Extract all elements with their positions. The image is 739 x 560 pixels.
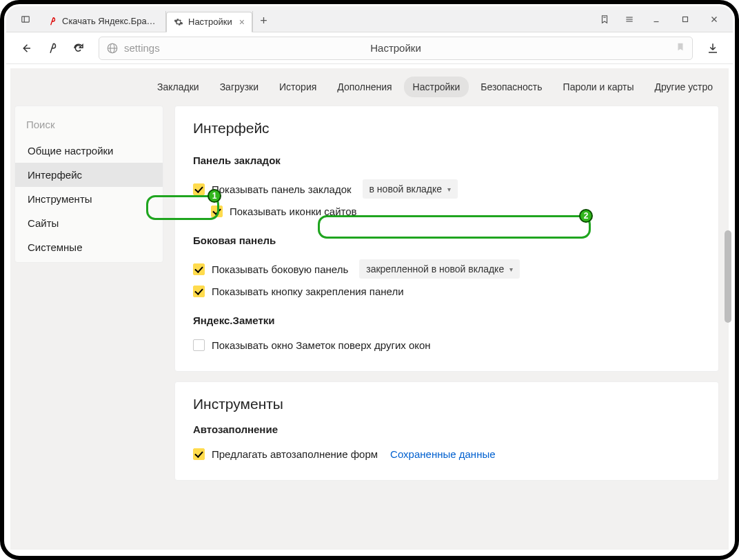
- label-autofill-forms: Предлагать автозаполнение форм: [212, 448, 378, 460]
- label-show-bookmarks-panel: Показывать панель закладок: [212, 183, 352, 195]
- tab-label: Скачать Яндекс.Браузер д…: [62, 16, 159, 26]
- topnav-downloads[interactable]: Загрузки: [211, 77, 267, 97]
- checkbox-notes-on-top[interactable]: [193, 339, 205, 351]
- option-notes-on-top: Показывать окно Заметок поверх других ок…: [193, 336, 700, 354]
- svg-rect-7: [683, 17, 688, 21]
- option-show-site-icons: Показывать иконки сайтов: [211, 202, 700, 221]
- label-show-site-icons: Показывать иконки сайтов: [230, 206, 357, 217]
- topnav-devices[interactable]: Другие устро: [645, 77, 722, 97]
- address-bar-row: settings Настройки: [6, 32, 733, 64]
- select-side-panel-value: закрепленной в новой вкладке: [366, 263, 504, 274]
- tab-yandex-download[interactable]: Скачать Яндекс.Браузер д…: [41, 11, 166, 32]
- horizontal-scrollbar[interactable]: [10, 546, 721, 552]
- subheading-autofill: Автозаполнение: [193, 423, 700, 435]
- subheading-side-panel: Боковая панель: [193, 234, 700, 246]
- new-tab-button[interactable]: +: [252, 11, 274, 32]
- option-show-side-panel: Показывать боковую панель закрепленной в…: [193, 256, 700, 282]
- option-autofill-forms: Предлагать автозаполнение форм Сохраненн…: [193, 445, 700, 463]
- page-title-center: Настройки: [99, 42, 692, 54]
- downloads-button[interactable]: [701, 37, 725, 60]
- settings-topnav: Закладки Загрузки История Дополнения Нас…: [10, 68, 729, 106]
- address-bar[interactable]: settings Настройки: [99, 37, 693, 60]
- tab-settings[interactable]: Настройки ×: [166, 12, 252, 32]
- checkbox-autofill-forms[interactable]: [193, 448, 205, 460]
- topnav-bookmarks[interactable]: Закладки: [148, 77, 208, 97]
- topnav-history[interactable]: История: [270, 77, 325, 97]
- close-tab-icon[interactable]: ×: [239, 17, 245, 27]
- sidebar-item-interface[interactable]: Интерфейс: [15, 163, 163, 187]
- sidebar-item-sites[interactable]: Сайты: [15, 211, 163, 235]
- chevron-down-icon: ▾: [447, 186, 451, 193]
- topnav-settings[interactable]: Настройки: [404, 77, 469, 97]
- window-close-button[interactable]: [700, 10, 729, 29]
- checkbox-show-bookmarks-panel[interactable]: [193, 183, 205, 195]
- menu-button[interactable]: [617, 10, 642, 29]
- gear-icon: [174, 17, 183, 27]
- topnav-security[interactable]: Безопасность: [472, 77, 551, 97]
- sidebar-item-system[interactable]: Системные: [15, 235, 163, 259]
- bookmark-icon[interactable]: [676, 41, 685, 55]
- select-side-panel-mode[interactable]: закрепленной в новой вкладке ▾: [359, 259, 520, 279]
- scroll-thumb[interactable]: [725, 230, 731, 323]
- checkbox-show-site-icons[interactable]: [211, 206, 223, 217]
- card-tools: Инструменты Автозаполнение Предлагать ав…: [174, 381, 719, 481]
- link-saved-data[interactable]: Сохраненные данные: [390, 448, 495, 460]
- panel-toggle-button[interactable]: [13, 10, 38, 29]
- card-interface: Интерфейс Панель закладок Показывать пан…: [174, 106, 719, 372]
- window-maximize-button[interactable]: [671, 10, 700, 29]
- reload-button[interactable]: [67, 37, 90, 60]
- checkbox-show-side-panel[interactable]: [193, 263, 205, 275]
- heading-interface: Интерфейс: [193, 120, 700, 137]
- yandex-home-button[interactable]: [41, 37, 64, 60]
- subheading-notes: Яндекс.Заметки: [193, 314, 700, 326]
- label-show-pin-button: Показывать кнопку закрепления панели: [212, 286, 404, 297]
- sidebar-search[interactable]: Поиск: [15, 109, 163, 139]
- address-text: settings: [124, 42, 160, 54]
- titlebar: Скачать Яндекс.Браузер д… Настройки × +: [6, 6, 733, 32]
- settings-page: Закладки Загрузки История Дополнения Нас…: [10, 68, 729, 550]
- yandex-favicon-icon: [48, 17, 57, 26]
- sidebar-item-tools[interactable]: Инструменты: [15, 187, 163, 211]
- back-button[interactable]: [14, 37, 38, 60]
- vertical-scrollbar[interactable]: [723, 68, 733, 543]
- topnav-passwords[interactable]: Пароли и карты: [554, 77, 643, 97]
- select-bookmarks-panel-mode[interactable]: в новой вкладке ▾: [363, 179, 458, 199]
- window-minimize-button[interactable]: [642, 10, 671, 29]
- label-show-side-panel: Показывать боковую панель: [212, 263, 348, 275]
- option-show-bookmarks-panel: Показывать панель закладок в новой вклад…: [193, 176, 700, 202]
- sidebar-item-general[interactable]: Общие настройки: [15, 139, 163, 163]
- svg-rect-0: [22, 16, 30, 21]
- select-bookmarks-panel-value: в новой вкладке: [370, 183, 443, 194]
- label-notes-on-top: Показывать окно Заметок поверх других ок…: [212, 339, 431, 351]
- heading-tools: Инструменты: [193, 396, 700, 412]
- tab-strip: Скачать Яндекс.Браузер д… Настройки × +: [41, 7, 274, 32]
- reading-list-button[interactable]: [592, 10, 617, 29]
- globe-icon: [106, 42, 119, 54]
- option-show-pin-button: Показывать кнопку закрепления панели: [193, 282, 700, 301]
- checkbox-show-pin-button[interactable]: [193, 286, 205, 297]
- chevron-down-icon: ▾: [509, 266, 513, 273]
- subheading-bookmarks-panel: Панель закладок: [193, 154, 700, 166]
- topnav-addons[interactable]: Дополнения: [328, 77, 401, 97]
- settings-sidebar: Поиск Общие настройки Интерфейс Инструме…: [14, 106, 163, 263]
- tab-label: Настройки: [188, 17, 232, 27]
